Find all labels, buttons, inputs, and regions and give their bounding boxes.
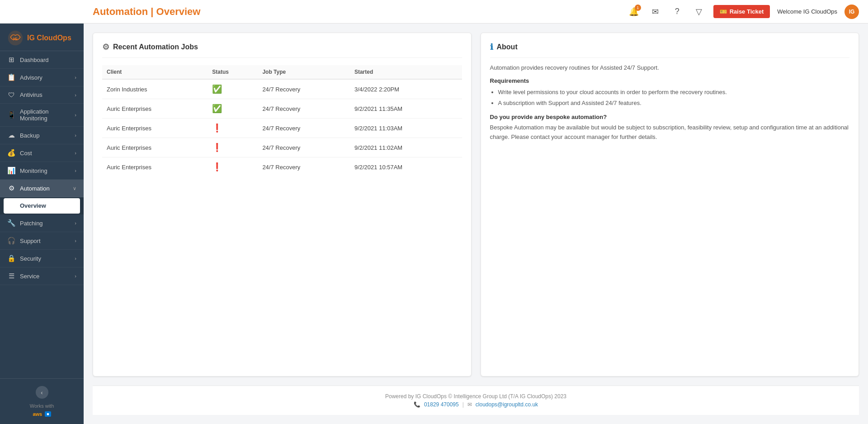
help-button[interactable]: ? xyxy=(670,5,684,19)
page-title: Automation | Overview xyxy=(93,6,200,18)
sidebar-item-label: Monitoring xyxy=(20,167,47,174)
cell-started: 9/2/2021 10:57AM xyxy=(350,157,462,177)
col-job-type: Job Type xyxy=(258,65,350,79)
table-row[interactable]: Auric Enterprises✅24/7 Recovery9/2/2021 … xyxy=(102,99,462,119)
cell-started: 9/2/2021 11:03AM xyxy=(350,119,462,138)
sidebar-item-monitoring[interactable]: 📊 Monitoring › xyxy=(0,162,84,180)
cell-client: Auric Enterprises xyxy=(102,138,208,157)
error-circle-icon: ❗ xyxy=(212,162,222,172)
email-icon: ✉ xyxy=(467,401,472,408)
sidebar-item-patching[interactable]: 🔧 Patching › xyxy=(0,214,84,232)
sidebar-subitem-overview[interactable]: Overview xyxy=(4,198,80,214)
chevron-right-icon: › xyxy=(75,150,76,156)
cell-status: ✅ xyxy=(208,99,258,119)
main-content: ⚙ Recent Automation Jobs Client Status J… xyxy=(84,24,868,424)
notifications-button[interactable]: 🔔 1 xyxy=(627,5,641,19)
cloud-logos: aws ■ xyxy=(7,411,76,417)
logo-icon: IG xyxy=(7,30,24,46)
table-header-row: Client Status Job Type Started xyxy=(102,65,462,79)
col-started: Started xyxy=(350,65,462,79)
cell-job-type: 24/7 Recovery xyxy=(258,79,350,99)
cell-client: Auric Enterprises xyxy=(102,119,208,138)
sidebar-item-advisory[interactable]: 📋 Advisory › xyxy=(0,69,84,86)
collapse-sidebar-button[interactable]: ‹ xyxy=(36,386,48,399)
bespoke-question: Do you provide any bespoke automation? xyxy=(490,114,850,120)
top-header: Automation | Overview 🔔 1 ✉ ? ▽ 🎫 Raise … xyxy=(0,0,868,24)
automation-submenu: Overview xyxy=(0,197,84,214)
footer-phone[interactable]: 01829 470095 xyxy=(424,401,459,408)
cell-job-type: 24/7 Recovery xyxy=(258,138,350,157)
sidebar-item-label: Support xyxy=(20,238,41,244)
cell-started: 9/2/2021 11:35AM xyxy=(350,99,462,119)
sidebar-item-antivirus[interactable]: 🛡 Antivirus › xyxy=(0,86,84,104)
sidebar-item-support[interactable]: 🎧 Support › xyxy=(0,232,84,250)
patching-icon: 🔧 xyxy=(7,219,15,227)
col-status: Status xyxy=(208,65,258,79)
chevron-right-icon: › xyxy=(75,220,76,226)
footer-powered-by: Powered by IG CloudOps © Intelligence Gr… xyxy=(100,393,852,400)
sidebar-item-service[interactable]: ☰ Service › xyxy=(0,267,84,285)
filter-button[interactable]: ▽ xyxy=(692,5,706,19)
cell-started: 3/4/2022 2:20PM xyxy=(350,79,462,99)
footer-email[interactable]: cloudops@igroupltd.co.uk xyxy=(476,401,538,408)
sidebar-item-label: Security xyxy=(20,255,41,262)
cell-job-type: 24/7 Recovery xyxy=(258,119,350,138)
logo-text: IG CloudOps xyxy=(27,34,71,42)
raise-ticket-label: Raise Ticket xyxy=(730,8,764,15)
support-icon: 🎧 xyxy=(7,237,15,245)
security-icon: 🔒 xyxy=(7,254,15,262)
list-item: A subscription with Support and Assisted… xyxy=(498,99,850,108)
check-circle-icon: ✅ xyxy=(212,104,222,113)
works-with-label: Works with xyxy=(7,403,76,409)
messages-button[interactable]: ✉ xyxy=(648,5,663,19)
sidebar-item-label: Cost xyxy=(20,150,32,157)
sidebar-item-cost[interactable]: 💰 Cost › xyxy=(0,144,84,162)
requirements-list: Write level permissions to your cloud ac… xyxy=(490,88,850,107)
header-right: 🔔 1 ✉ ? ▽ 🎫 Raise Ticket Welcome IG Clou… xyxy=(627,5,859,19)
about-header: ℹ About xyxy=(490,42,850,58)
automation-icon: ⚙ xyxy=(7,184,15,192)
chevron-down-icon: ∨ xyxy=(73,186,76,191)
sidebar-item-label: Service xyxy=(20,273,39,280)
chevron-right-icon: › xyxy=(75,168,76,173)
cell-job-type: 24/7 Recovery xyxy=(258,99,350,119)
chevron-right-icon: › xyxy=(75,75,76,80)
about-title: About xyxy=(497,43,518,51)
sidebar-item-automation[interactable]: ⚙ Automation ∨ xyxy=(0,180,84,197)
table-row[interactable]: Zorin Industries✅24/7 Recovery3/4/2022 2… xyxy=(102,79,462,99)
chevron-right-icon: › xyxy=(75,92,76,98)
sidebar-item-label: Antivirus xyxy=(20,91,42,98)
sidebar: IG IG CloudOps ⊞ Dashboard 📋 Advisory › xyxy=(0,24,84,424)
welcome-text: Welcome IG CloudOps xyxy=(777,8,837,15)
sidebar-item-label: Backup xyxy=(20,132,39,139)
dashboard-icon: ⊞ xyxy=(7,56,15,64)
cost-icon: 💰 xyxy=(7,149,15,157)
sidebar-item-dashboard[interactable]: ⊞ Dashboard xyxy=(0,51,84,69)
sidebar-item-security[interactable]: 🔒 Security › xyxy=(0,250,84,267)
table-row[interactable]: Auric Enterprises❗24/7 Recovery9/2/2021 … xyxy=(102,119,462,138)
chevron-right-icon: › xyxy=(75,112,76,118)
antivirus-icon: 🛡 xyxy=(7,91,15,99)
recent-jobs-card: ⚙ Recent Automation Jobs Client Status J… xyxy=(93,33,472,376)
chevron-right-icon: › xyxy=(75,238,76,243)
cell-status: ❗ xyxy=(208,157,258,177)
table-row[interactable]: Auric Enterprises❗24/7 Recovery9/2/2021 … xyxy=(102,138,462,157)
advisory-icon: 📋 xyxy=(7,73,15,81)
chevron-right-icon: › xyxy=(75,273,76,279)
avatar[interactable]: IG xyxy=(844,5,859,19)
jobs-table: Client Status Job Type Started Zorin Ind… xyxy=(102,65,462,176)
logo-prefix: IG xyxy=(27,34,35,42)
table-row[interactable]: Auric Enterprises❗24/7 Recovery9/2/2021 … xyxy=(102,157,462,177)
sidebar-footer: ‹ Works with aws ■ xyxy=(0,378,84,424)
azure-logo: ■ xyxy=(45,411,51,417)
error-circle-icon: ❗ xyxy=(212,143,222,152)
cell-client: Zorin Industries xyxy=(102,79,208,99)
sidebar-item-application-monitoring[interactable]: 📱 Application Monitoring › xyxy=(0,104,84,127)
sidebar-item-backup[interactable]: ☁ Backup › xyxy=(0,127,84,144)
raise-ticket-button[interactable]: 🎫 Raise Ticket xyxy=(713,5,770,18)
cell-job-type: 24/7 Recovery xyxy=(258,157,350,177)
about-intro: Automation provides recovery routines fo… xyxy=(490,64,850,71)
recent-jobs-title: ⚙ Recent Automation Jobs xyxy=(102,42,462,58)
check-circle-icon: ✅ xyxy=(212,85,222,94)
notification-badge: 1 xyxy=(635,5,641,11)
